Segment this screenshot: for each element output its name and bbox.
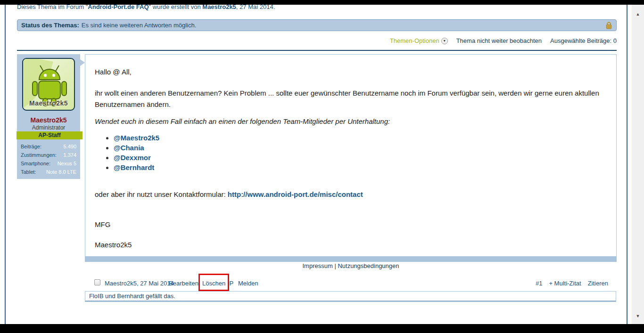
letterbox-top xyxy=(0,0,644,5)
forum-thread-page: Dieses Thema im Forum "Android-Port.de F… xyxy=(0,0,644,333)
selected-posts-counter[interactable]: Ausgewählte Beiträge: 0 xyxy=(550,37,617,44)
mention-list: @Maestro2k5 @Chania @Dexxmor @Bernhardt xyxy=(104,133,159,172)
lock-icon xyxy=(605,22,612,29)
unwatch-thread-link[interactable]: Thema nicht weiter beobachten xyxy=(456,37,542,44)
thread-tools-row: Themen-Optionen ▼ Thema nicht weiter beo… xyxy=(17,37,617,44)
author-username[interactable]: Maestro2k5 xyxy=(17,116,80,124)
message-bubble-tail xyxy=(80,59,85,66)
liker-link[interactable]: FloIB xyxy=(89,292,103,300)
author-sidebar: Maestro2k5 Maestro2k5 Administrator AP-S… xyxy=(17,54,80,179)
mention-link[interactable]: @Maestro2k5 xyxy=(114,134,159,142)
mention-link[interactable]: @Chania xyxy=(114,144,144,152)
stat-row-tablet: Tablet: Note 8.0 LTE xyxy=(21,169,76,175)
message-bottom-bar xyxy=(85,257,617,262)
post-paragraph: ihr wollt einen anderen Benutzernamen? K… xyxy=(95,88,609,110)
author-staff-banner: AP-Staff xyxy=(17,131,83,139)
scroll-down-icon[interactable]: ▼ xyxy=(632,314,644,318)
thread-options-menu[interactable]: Themen-Optionen ▼ xyxy=(390,37,448,44)
edit-post-link[interactable]: Bearbeiten xyxy=(169,280,198,287)
stat-row-smartphone: Smartphone: Nexus 5 xyxy=(21,161,76,166)
stat-label: Zustimmungen: xyxy=(21,152,57,158)
mention-link[interactable]: @Dexxmor xyxy=(114,154,151,162)
ip-link[interactable]: IP xyxy=(228,280,233,287)
vertical-scrollbar[interactable]: ▲ ▼ xyxy=(632,5,644,324)
list-item: @Chania xyxy=(114,143,159,153)
stat-label: Tablet: xyxy=(21,169,36,175)
post-footer-right: #1 + Multi-Zitat Zitieren xyxy=(536,280,608,287)
post-italic-line: Wendet euch in diesem Fall einfach an ei… xyxy=(95,117,609,125)
stat-row-likes: Zustimmungen: 1.374 xyxy=(21,152,76,158)
list-item: @Dexxmor xyxy=(114,153,159,162)
stat-value: 5.490 xyxy=(63,144,76,149)
avatar[interactable]: Maestro2k5 xyxy=(22,58,75,111)
author-role: Administrator xyxy=(17,124,80,131)
avatar-name-text: Maestro2k5 xyxy=(23,99,74,107)
multi-quote-link[interactable]: + Multi-Zitat xyxy=(549,280,581,287)
contact-line: oder aber ihr nutzt unser Kontaktformula… xyxy=(95,190,363,198)
post-number-link[interactable]: #1 xyxy=(536,280,542,287)
stat-value: Note 8.0 LTE xyxy=(46,169,76,175)
likes-suffix: gefällt das. xyxy=(144,292,175,300)
stat-label: Beiträge: xyxy=(21,144,41,149)
status-label: Status des Themas: xyxy=(21,22,79,29)
scroll-up-icon[interactable]: ▲ xyxy=(632,12,644,16)
terms-link[interactable]: Nutzungsbedingungen xyxy=(338,262,399,269)
delete-post-link[interactable]: Löschen xyxy=(202,280,225,287)
list-item: @Bernhardt xyxy=(114,162,159,172)
letterbox-bottom xyxy=(0,324,644,333)
page-border-right xyxy=(627,5,627,324)
likes-connector: und xyxy=(103,292,117,300)
report-post-link[interactable]: Melden xyxy=(238,280,258,287)
mention-link[interactable]: @Bernhardt xyxy=(114,163,154,171)
page-footer-links: Impressum | Nutzungsbedingungen xyxy=(85,262,617,269)
stat-label: Smartphone: xyxy=(21,161,50,166)
author-stats: Beiträge: 5.490 Zustimmungen: 1.374 Smar… xyxy=(21,144,76,178)
post-greeting: Hallo @ All, xyxy=(95,68,132,76)
impressum-link[interactable]: Impressum xyxy=(302,262,332,269)
stat-row-posts: Beiträge: 5.490 xyxy=(21,144,76,149)
stat-value: 1.374 xyxy=(63,152,76,158)
contact-form-link[interactable]: http://www.android-port.de/misc/contact xyxy=(228,190,363,198)
thread-options-label: Themen-Optionen xyxy=(390,37,439,44)
quote-link[interactable]: Zitieren xyxy=(588,280,608,287)
post-footer-row: Maestro2k5, 27 Mai 2014 Bearbeiten Lösch… xyxy=(85,276,617,291)
post-author-date-link[interactable]: Maestro2k5, 27 Mai 2014 xyxy=(105,280,174,287)
thread-status-bar: Status des Themas: Es sind keine weitere… xyxy=(17,19,617,31)
post-signoff: MFG xyxy=(95,220,110,228)
post-message: Hallo @ All, ihr wollt einen anderen Ben… xyxy=(85,54,617,257)
stat-value: Nexus 5 xyxy=(58,161,76,166)
page-border-left xyxy=(5,5,6,324)
select-post-checkbox[interactable] xyxy=(94,279,100,285)
content-divider xyxy=(17,50,617,51)
chevron-down-icon: ▼ xyxy=(441,38,448,44)
contact-prefix: oder aber ihr nutzt unser Kontaktformula… xyxy=(95,190,228,198)
liker-link[interactable]: Bernhardt xyxy=(117,292,144,300)
post-signature: Maestro2k5 xyxy=(95,241,132,249)
status-message: Es sind keine weiteren Antworten möglich… xyxy=(82,22,197,29)
likes-bar: FloIB und Bernhardt gefällt das. xyxy=(85,291,616,302)
list-item: @Maestro2k5 xyxy=(114,133,159,143)
